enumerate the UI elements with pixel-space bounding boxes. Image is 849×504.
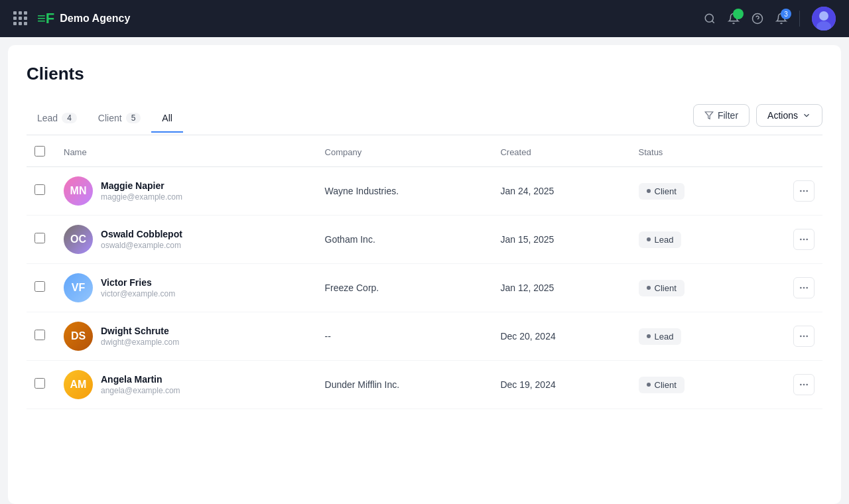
nav-left: ≡F Demo Agency: [13, 10, 130, 27]
tab-lead[interactable]: Lead 4: [27, 107, 88, 133]
avatar-initials: DS: [64, 322, 93, 351]
table-row: AM Angela Martin angela@example.com Dund…: [27, 361, 822, 409]
actions-button[interactable]: Actions: [756, 104, 822, 127]
svg-point-12: [800, 287, 802, 289]
row-more-cell: [750, 167, 822, 216]
status-badge: Client: [639, 183, 685, 200]
client-avatar: AM: [64, 370, 93, 399]
row-client-info: VF Victor Fries victor@example.com: [56, 264, 317, 312]
row-client-info: MN Maggie Napier maggie@example.com: [56, 167, 317, 216]
row-more-button[interactable]: [793, 277, 815, 298]
row-checkbox-2[interactable]: [34, 281, 45, 292]
svg-point-10: [803, 239, 805, 241]
svg-point-13: [803, 287, 805, 289]
client-name: Oswald Cobblepot: [101, 229, 182, 239]
row-created: Jan 15, 2025: [492, 216, 630, 264]
help-icon[interactable]: [751, 13, 763, 25]
company-text: Wayne Industries.: [325, 186, 399, 196]
avatar-initials: VF: [64, 273, 93, 302]
notifications-icon[interactable]: 3: [775, 13, 787, 25]
company-text: Gotham Inc.: [325, 234, 375, 245]
svg-point-20: [806, 384, 808, 386]
svg-point-14: [806, 287, 808, 289]
client-email: victor@example.com: [101, 289, 175, 298]
announcements-icon[interactable]: [728, 13, 740, 25]
avatar-initials: OC: [64, 225, 93, 254]
row-client-info: AM Angela Martin angela@example.com: [56, 361, 317, 409]
row-company: Dunder Mifflin Inc.: [317, 361, 493, 409]
row-created: Jan 24, 2025: [492, 167, 630, 216]
svg-point-19: [803, 384, 805, 386]
created-text: Jan 15, 2025: [500, 234, 554, 245]
svg-point-8: [806, 190, 808, 192]
status-label: Client: [655, 186, 677, 196]
col-created: Created: [492, 138, 630, 167]
row-more-button[interactable]: [793, 180, 815, 202]
col-name: Name: [56, 138, 317, 167]
status-badge: Lead: [639, 328, 682, 345]
row-checkbox-3[interactable]: [34, 330, 45, 340]
tab-lead-label: Lead: [37, 113, 58, 123]
notifications-badge: 3: [781, 9, 791, 19]
client-avatar: OC: [64, 225, 93, 254]
svg-point-16: [803, 336, 805, 338]
row-created: Jan 12, 2025: [492, 264, 630, 312]
status-dot-icon: [647, 383, 651, 387]
select-all-checkbox[interactable]: [34, 146, 45, 157]
row-more-cell: [750, 264, 822, 312]
announcements-badge: [733, 9, 744, 19]
table-row: MN Maggie Napier maggie@example.com Wayn…: [27, 167, 822, 216]
created-text: Jan 24, 2025: [500, 186, 554, 196]
client-name: Maggie Napier: [101, 180, 182, 191]
nav-divider: [799, 11, 800, 27]
company-text: Freeze Corp.: [325, 283, 379, 293]
client-details: Oswald Cobblepot oswald@example.com: [101, 229, 182, 250]
status-dot-icon: [647, 189, 651, 193]
row-checkbox-cell: [27, 216, 56, 264]
company-text: --: [325, 331, 331, 342]
col-actions: [750, 138, 822, 167]
client-avatar: MN: [64, 176, 93, 206]
grid-menu-icon[interactable]: [13, 11, 28, 26]
svg-point-0: [705, 14, 713, 22]
svg-marker-5: [705, 112, 713, 119]
client-details: Angela Martin angela@example.com: [101, 374, 180, 395]
status-dot-icon: [647, 286, 651, 290]
status-label: Lead: [655, 332, 674, 342]
row-more-button[interactable]: [793, 326, 815, 347]
row-company: Gotham Inc.: [317, 216, 493, 264]
user-avatar[interactable]: [812, 7, 836, 31]
table-header-row: Name Company Created Status: [27, 138, 822, 167]
col-company: Company: [317, 138, 493, 167]
filter-button[interactable]: Filter: [693, 104, 750, 127]
table-row: VF Victor Fries victor@example.com Freez…: [27, 264, 822, 312]
row-more-button[interactable]: [793, 374, 815, 395]
client-details: Dwight Schrute dwight@example.com: [101, 326, 179, 347]
clients-table: Name Company Created Status MN Maggie Na…: [27, 138, 822, 409]
row-checkbox-0[interactable]: [34, 184, 45, 195]
tab-all[interactable]: All: [151, 107, 183, 133]
client-avatar: DS: [64, 322, 93, 351]
status-badge: Lead: [639, 231, 682, 248]
created-text: Jan 12, 2025: [500, 283, 554, 293]
row-more-button[interactable]: [793, 229, 815, 250]
client-avatar: VF: [64, 273, 93, 302]
tab-client[interactable]: Client 5: [88, 107, 151, 133]
client-email: oswald@example.com: [101, 241, 182, 250]
row-status: Lead: [631, 216, 751, 264]
main-content: Clients Lead 4 Client 5 All Filter Actio…: [8, 45, 841, 504]
svg-point-17: [806, 336, 808, 338]
row-checkbox-cell: [27, 167, 56, 216]
row-company: Wayne Industries.: [317, 167, 493, 216]
avatar-initials: AM: [64, 370, 93, 399]
toolbar: Filter Actions: [693, 104, 822, 135]
row-client-info: DS Dwight Schrute dwight@example.com: [56, 312, 317, 361]
app-name: Demo Agency: [60, 13, 130, 25]
row-checkbox-4[interactable]: [34, 378, 45, 389]
row-company: --: [317, 312, 493, 361]
svg-point-9: [800, 239, 802, 241]
status-label: Lead: [655, 235, 674, 245]
row-checkbox-1[interactable]: [34, 233, 45, 243]
row-more-cell: [750, 312, 822, 361]
search-icon[interactable]: [704, 13, 716, 25]
